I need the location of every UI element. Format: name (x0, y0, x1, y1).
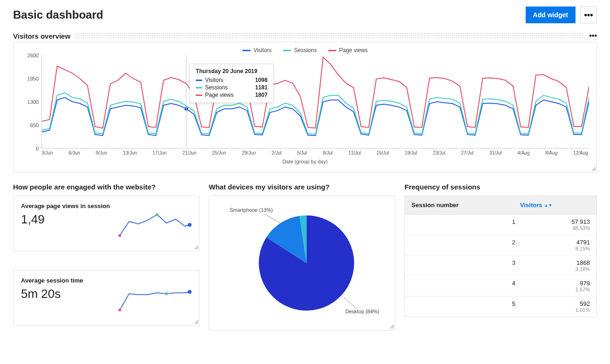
sparkline (115, 284, 194, 312)
page-title: Basic dashboard (13, 8, 103, 21)
svg-point-6 (188, 290, 192, 294)
svg-point-4 (118, 309, 121, 311)
chart-crosshair (186, 55, 186, 148)
table-header: Session number Visitors▲▼ (405, 196, 596, 215)
sparkline (115, 210, 194, 238)
sort-icon: ▲▼ (544, 203, 552, 208)
legend-sessions[interactable]: Sessions (283, 47, 317, 54)
svg-point-2 (156, 213, 158, 216)
metric-label: Average session time (21, 277, 192, 284)
table-row[interactable]: 49791,67% (405, 276, 596, 297)
table-row[interactable]: 247918,15% (405, 235, 596, 256)
svg-point-3 (188, 223, 192, 227)
devices-pie-card: Desktop (84%) Smartphone (13%) ◢ (209, 195, 395, 330)
avg-pageviews-card: Average page views in session 1,49 ◢ (13, 195, 199, 251)
svg-line-8 (265, 214, 280, 223)
devices-title: What devices my visitors are using? (209, 183, 395, 191)
chart-legend: Visitors Sessions Page views (18, 47, 592, 54)
legend-visitors[interactable]: Visitors (242, 47, 272, 54)
col-session-number[interactable]: Session number (411, 202, 520, 209)
table-row[interactable]: 318683,18% (405, 256, 596, 276)
header-actions: Add widget ••• (526, 7, 597, 23)
overview-menu-button[interactable]: ••• (589, 32, 597, 40)
drag-handle[interactable] (75, 33, 584, 39)
add-widget-button[interactable]: Add widget (526, 7, 576, 23)
svg-line-7 (344, 297, 356, 308)
table-row[interactable]: 55921,01% (405, 297, 596, 317)
resize-handle-icon[interactable]: ◢ (591, 165, 596, 171)
legend-pageviews[interactable]: Page views (328, 47, 368, 54)
pie-desktop-label: Desktop (84%) (345, 309, 379, 314)
engagement-title: How people are engaged with the website? (13, 183, 199, 191)
col-visitors[interactable]: Visitors▲▼ (520, 202, 590, 209)
resize-handle-icon[interactable]: ◢ (194, 318, 198, 324)
pie-smartphone-label: Smartphone (13%) (230, 207, 273, 213)
overview-title: Visitors overview (13, 32, 70, 40)
metric-label: Average page views in session (21, 202, 192, 209)
table-row[interactable]: 157 91398,53% (405, 215, 596, 235)
overview-card: Visitors Sessions Page views 26001950130… (13, 42, 597, 173)
more-menu-button[interactable]: ••• (580, 7, 597, 23)
tooltip-title: Thursday 20 June 2019 (196, 68, 267, 74)
overview-chart[interactable]: 2600195013006500 3/Jun6/Jun9/Jun13/Jun17… (18, 55, 592, 169)
resize-handle-icon[interactable]: ◢ (390, 323, 394, 329)
frequency-table: Session number Visitors▲▼ 157 91398,53%2… (404, 195, 597, 317)
pie-chart[interactable] (216, 202, 388, 324)
svg-point-1 (118, 234, 121, 237)
avg-session-time-card: Average session time 5m 20s ◢ (13, 270, 199, 326)
chart-tooltip: Thursday 20 June 2019 Visitors1098 Sessi… (190, 64, 274, 103)
svg-point-5 (165, 292, 168, 295)
frequency-title: Frequency of sessions (404, 183, 597, 191)
overview-widget-header: Visitors overview ••• (13, 32, 597, 40)
x-axis-label: Date (group by day) (18, 159, 592, 164)
resize-handle-icon[interactable]: ◢ (194, 243, 198, 250)
